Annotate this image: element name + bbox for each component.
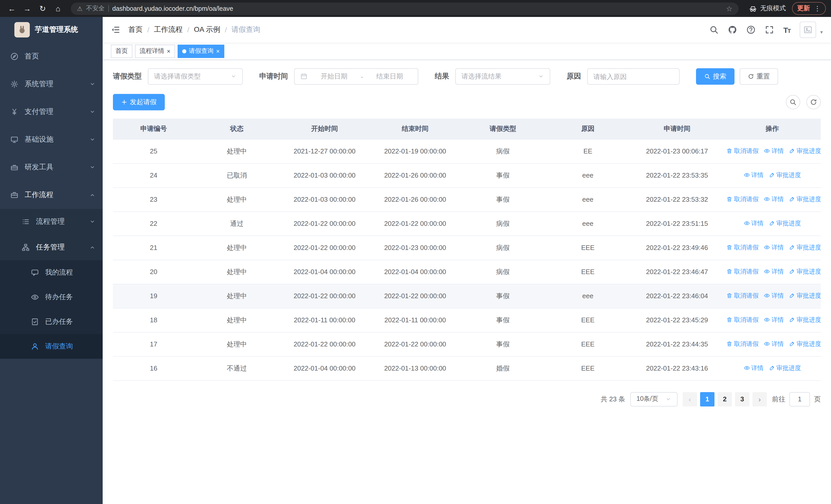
approval-progress-link[interactable]: 审批进度: [769, 364, 801, 373]
cell-start-time: 2022-01-11 00:00:00: [279, 308, 370, 332]
tab-leave-query[interactable]: 请假查询 ×: [178, 45, 224, 58]
header-search-icon[interactable]: [709, 25, 719, 34]
tab-process-detail[interactable]: 流程详情 ×: [135, 45, 175, 58]
sidebar-item-payment[interactable]: 支付管理: [0, 98, 103, 126]
fullscreen-icon[interactable]: [765, 25, 774, 34]
page-button-2[interactable]: 2: [718, 392, 732, 406]
reset-button[interactable]: 重置: [740, 68, 778, 85]
github-icon[interactable]: [728, 25, 737, 34]
select-placeholder: 请选择请假类型: [154, 72, 226, 81]
toggle-search-button[interactable]: [786, 95, 800, 109]
cell-leave-type: 病假: [460, 236, 545, 260]
browser-update-chip[interactable]: 更新 ⋮: [792, 2, 826, 15]
cancel-leave-link[interactable]: 取消请假: [726, 147, 758, 155]
sidebar-item-todo-tasks[interactable]: 待办任务: [0, 285, 103, 309]
page-size-select[interactable]: 10条/页: [630, 392, 678, 406]
detail-link[interactable]: 详情: [764, 267, 784, 276]
calendar-icon: [300, 73, 308, 80]
sidebar-collapse-icon[interactable]: [111, 25, 120, 34]
detail-link[interactable]: 详情: [744, 171, 764, 180]
approval-progress-link[interactable]: 审批进度: [789, 195, 821, 204]
briefcase-icon: [10, 191, 19, 199]
approval-progress-link[interactable]: 审批进度: [769, 219, 801, 228]
address-bar[interactable]: ⚠ 不安全 dashboard.yudao.iocoder.cn/bpm/oa/…: [71, 2, 739, 14]
cancel-leave-link[interactable]: 取消请假: [726, 267, 758, 276]
avatar-caret-icon[interactable]: ▾: [820, 29, 823, 35]
close-icon[interactable]: ×: [167, 48, 170, 54]
detail-link[interactable]: 详情: [744, 219, 764, 228]
cell-start-time: 2022-01-22 00:00:00: [279, 211, 370, 236]
sidebar-item-devtools[interactable]: 研发工具: [0, 153, 103, 181]
result-select[interactable]: 请选择流结果: [455, 68, 550, 85]
page-size-value: 10条/页: [636, 395, 658, 404]
sidebar-item-infrastructure[interactable]: 基础设施: [0, 126, 103, 153]
delete-icon: [726, 244, 733, 251]
help-icon[interactable]: [746, 25, 755, 34]
cancel-leave-link[interactable]: 取消请假: [726, 195, 758, 204]
sidebar-item-task-management[interactable]: 任务管理: [0, 235, 103, 260]
create-leave-button[interactable]: 发起请假: [113, 94, 165, 110]
cancel-leave-link[interactable]: 取消请假: [726, 316, 758, 324]
sidebar-item-system[interactable]: 系统管理: [0, 70, 103, 98]
filter-form: 请假类型 请选择请假类型 申请时间 开始日期 - 结束日期: [113, 68, 821, 85]
detail-link[interactable]: 详情: [764, 292, 784, 300]
sidebar-item-process-management[interactable]: 流程管理: [0, 209, 103, 235]
font-size-icon[interactable]: TT: [783, 25, 791, 34]
browser-menu-icon[interactable]: ⋮: [814, 5, 821, 12]
sidebar-item-home[interactable]: 首页: [0, 42, 103, 70]
browser-reload-button[interactable]: ↻: [36, 2, 49, 15]
cell-apply-time: 2022-01-22 23:53:32: [630, 187, 724, 211]
approval-progress-link[interactable]: 审批进度: [769, 171, 801, 180]
browser-home-button[interactable]: ⌂: [51, 2, 65, 15]
apply-time-range-picker[interactable]: 开始日期 - 结束日期: [294, 68, 418, 85]
prev-page-button[interactable]: ‹: [683, 392, 697, 406]
page-button-3[interactable]: 3: [735, 392, 749, 406]
approval-progress-link[interactable]: 审批进度: [789, 243, 821, 252]
cell-status: 处理中: [194, 308, 279, 332]
detail-link[interactable]: 详情: [764, 147, 784, 155]
approval-progress-link[interactable]: 审批进度: [789, 316, 821, 324]
goto-page-input[interactable]: [790, 392, 810, 406]
sidebar-item-my-process[interactable]: 我的流程: [0, 260, 103, 285]
reason-input[interactable]: [593, 72, 674, 80]
tab-home[interactable]: 首页: [111, 45, 133, 58]
cell-start-time: 2022-01-04 00:00:00: [279, 356, 370, 380]
approval-progress-link[interactable]: 审批进度: [789, 292, 821, 300]
detail-link[interactable]: 详情: [764, 243, 784, 252]
cancel-leave-link[interactable]: 取消请假: [726, 292, 758, 300]
bookmark-star-icon[interactable]: ☆: [726, 4, 733, 12]
cancel-leave-link[interactable]: 取消请假: [726, 340, 758, 349]
approval-progress-link[interactable]: 审批进度: [789, 147, 821, 155]
search-button[interactable]: 搜索: [696, 68, 735, 85]
cell-status: 不通过: [194, 356, 279, 380]
detail-link[interactable]: 详情: [764, 316, 784, 324]
cell-status: 处理中: [194, 236, 279, 260]
refresh-table-button[interactable]: [806, 95, 821, 109]
detail-link[interactable]: 详情: [764, 195, 784, 204]
cell-leave-type: 病假: [460, 260, 545, 284]
cancel-leave-link[interactable]: 取消请假: [726, 243, 758, 252]
breadcrumb-home[interactable]: 首页: [128, 25, 143, 34]
sidebar-item-done-tasks[interactable]: 已办任务: [0, 309, 103, 334]
leave-type-select[interactable]: 请选择请假类型: [148, 68, 243, 85]
cell-status: 处理中: [194, 260, 279, 284]
browser-forward-button[interactable]: →: [21, 2, 34, 15]
sidebar-item-label: 已办任务: [45, 317, 73, 326]
avatar[interactable]: [800, 22, 816, 38]
next-page-button[interactable]: ›: [752, 392, 767, 406]
approval-progress-link[interactable]: 审批进度: [789, 340, 821, 349]
sidebar-item-workflow[interactable]: 工作流程: [0, 181, 103, 209]
breadcrumb-workflow[interactable]: 工作流程: [154, 25, 183, 34]
detail-link[interactable]: 详情: [764, 340, 784, 349]
approval-progress-link[interactable]: 审批进度: [789, 267, 821, 276]
table-row: 25 处理中 2021-12-27 00:00:00 2022-01-19 00…: [113, 139, 821, 163]
page-button-1[interactable]: 1: [700, 392, 715, 406]
breadcrumb-oa[interactable]: OA 示例: [194, 25, 221, 34]
pagination: 共 23 条 10条/页 ‹ 123 › 前往 页: [113, 392, 821, 406]
sidebar-item-leave-query[interactable]: 请假查询: [0, 334, 103, 359]
edit-icon: [769, 220, 775, 227]
detail-link[interactable]: 详情: [744, 364, 764, 373]
cell-id: 17: [113, 332, 194, 356]
close-icon[interactable]: ×: [216, 48, 220, 54]
browser-back-button[interactable]: ←: [5, 2, 19, 15]
